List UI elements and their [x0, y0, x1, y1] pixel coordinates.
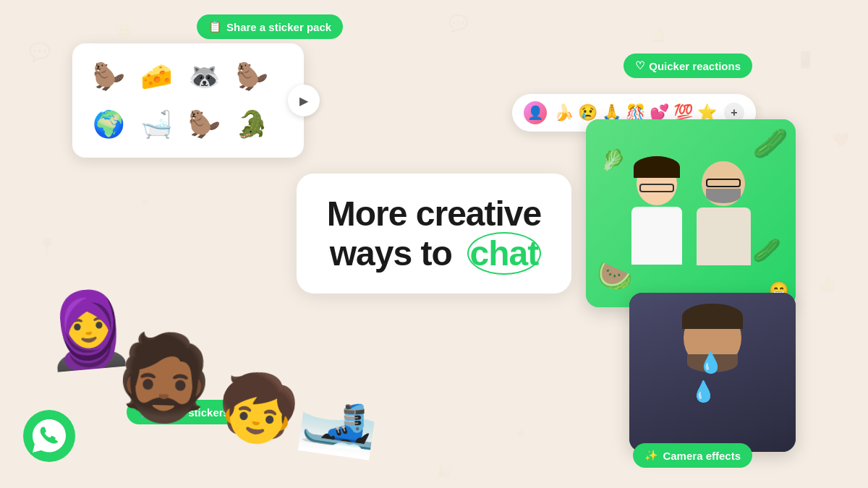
sticker-2: 🧀	[135, 55, 178, 98]
couple-photo: 🥒 🍉 🥬 🥒	[586, 119, 796, 307]
man-body	[697, 207, 751, 265]
tear-effect-2: 💧	[691, 380, 716, 403]
whatsapp-logo	[23, 410, 75, 462]
sticker-8: 🐊	[230, 103, 273, 146]
headline-text: More creative ways to chat	[326, 194, 542, 273]
man-beard	[706, 189, 741, 203]
sticker-7: 🦫	[182, 103, 226, 146]
reaction-user-avatar: 👤	[524, 101, 547, 124]
svg-text:🔔: 🔔	[651, 27, 668, 43]
sticker-pack-label: Share a sticker pack	[226, 21, 331, 33]
woman-head	[637, 162, 677, 205]
svg-text:❤️: ❤️	[832, 131, 850, 148]
svg-text:👍: 👍	[817, 274, 838, 294]
skiing-person: 🧒🎿	[213, 365, 383, 463]
reactions-icon: ♡	[635, 59, 644, 72]
man-glasses	[706, 179, 741, 187]
camera-frame: 💧 💧	[629, 293, 796, 452]
svg-text:📱: 📱	[796, 50, 816, 69]
camera-icon: ✨	[644, 449, 658, 462]
main-container: 💬 😊 💬 🔔 📱 ❤️ 📍 👍 🎉 🔒 💬 📋 Share a sticker…	[0, 0, 868, 488]
couple-scene	[586, 119, 796, 307]
sticker-6: 🛁	[135, 103, 178, 146]
woman-hair	[634, 156, 680, 178]
svg-point-12	[142, 200, 148, 205]
woman-glasses	[639, 184, 674, 192]
sticker-pack-card: 🦫 🧀 🦝 🦫 🌍 🛁 🦫 🐊 ▶	[72, 43, 304, 158]
sticker-pack-icon: 📋	[208, 20, 222, 33]
person-woman	[631, 162, 682, 265]
emoji-1[interactable]: 🍌	[554, 103, 574, 122]
svg-point-13	[756, 105, 763, 112]
sticker-4: 🦫	[230, 55, 273, 98]
selfie-person-2: 🧔🏾	[111, 328, 218, 429]
reactions-badge[interactable]: ♡ Quicker reactions	[624, 53, 752, 78]
svg-text:💬: 💬	[448, 14, 469, 33]
headline-line1: More creative	[327, 194, 542, 233]
sticker-3: 🦝	[182, 55, 226, 98]
person-man	[697, 161, 751, 265]
camera-effects-photo: 💧 💧	[629, 293, 796, 452]
couple-frame-inner: 🥒 🍉 🥬 🥒	[586, 119, 796, 307]
reactions-label: Quicker reactions	[649, 60, 741, 72]
headline-chat-word: chat	[470, 234, 539, 273]
camera-label: Camera effects	[663, 450, 741, 462]
man2-hair	[682, 304, 743, 329]
camera-effects-badge[interactable]: ✨ Camera effects	[633, 443, 752, 468]
svg-text:🎉: 🎉	[434, 463, 452, 481]
headline-card: More creative ways to chat	[297, 174, 571, 294]
sticker-send-button[interactable]: ▶	[288, 85, 320, 116]
sticker-1: 🦫	[87, 55, 130, 98]
sticker-5: 🌍	[87, 103, 130, 146]
sticker-pack-badge[interactable]: 📋 Share a sticker pack	[197, 14, 343, 39]
svg-text:📍: 📍	[36, 236, 58, 257]
man-head	[702, 161, 745, 206]
svg-point-11	[517, 430, 524, 437]
tear-effect-1: 💧	[698, 351, 723, 374]
svg-text:💬: 💬	[29, 41, 51, 62]
svg-text:😊: 😊	[116, 22, 134, 40]
camera-man-face: 💧 💧	[684, 307, 741, 369]
woman-body	[631, 207, 682, 265]
headline-line2: ways to	[330, 234, 452, 273]
